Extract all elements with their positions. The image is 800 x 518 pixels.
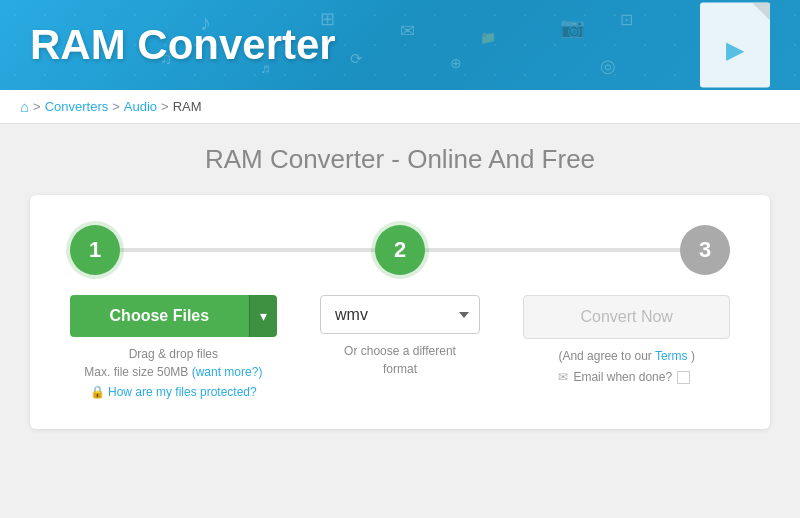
step-connector-1 bbox=[115, 248, 380, 252]
breadcrumb: ⌂ > Converters > Audio > RAM bbox=[0, 90, 800, 124]
format-col: wmv mp3 mp4 avi mov ogg wav flac Or choo… bbox=[297, 295, 504, 378]
step-1: 1 bbox=[70, 225, 120, 275]
breadcrumb-sep-1: > bbox=[33, 99, 41, 114]
header-banner: ♪ ♫ ✉ ⊕ 📷 ⟳ ⊞ ♬ 📁 ⊡ ◎ RAM Converter ▶ bbox=[0, 0, 800, 90]
choose-files-button[interactable]: Choose Files bbox=[70, 295, 249, 337]
site-title: RAM Converter bbox=[30, 21, 336, 69]
email-row: ✉ Email when done? bbox=[558, 368, 695, 387]
choose-files-col: Choose Files ▾ Drag & drop files Max. fi… bbox=[70, 295, 277, 399]
convert-subtext: (And agree to our Terms ) ✉ Email when d… bbox=[558, 347, 695, 387]
actions-row: Choose Files ▾ Drag & drop files Max. fi… bbox=[70, 295, 730, 399]
lock-icon: 🔒 bbox=[90, 385, 105, 399]
header-file-icon: ▶ bbox=[700, 3, 770, 88]
breadcrumb-audio[interactable]: Audio bbox=[124, 99, 157, 114]
choose-files-subtext: Drag & drop files Max. file size 50MB (w… bbox=[84, 345, 262, 381]
email-icon: ✉ bbox=[558, 368, 568, 387]
format-subtext: Or choose a different format bbox=[344, 342, 456, 378]
terms-line: (And agree to our Terms ) bbox=[558, 347, 695, 366]
want-more-link[interactable]: (want more?) bbox=[192, 365, 263, 379]
breadcrumb-converters[interactable]: Converters bbox=[45, 99, 109, 114]
play-icon: ▶ bbox=[726, 35, 744, 63]
step-2: 2 bbox=[375, 225, 425, 275]
page-title: RAM Converter - Online And Free bbox=[30, 144, 770, 175]
convert-now-button[interactable]: Convert Now bbox=[523, 295, 730, 339]
email-label: Email when done? bbox=[573, 368, 672, 387]
convert-col: Convert Now (And agree to our Terms ) ✉ … bbox=[523, 295, 730, 387]
format-select[interactable]: wmv mp3 mp4 avi mov ogg wav flac bbox=[320, 295, 480, 334]
choose-files-dropdown[interactable]: ▾ bbox=[249, 295, 277, 337]
step-3: 3 bbox=[680, 225, 730, 275]
breadcrumb-sep-2: > bbox=[112, 99, 120, 114]
breadcrumb-current: RAM bbox=[173, 99, 202, 114]
format-select-wrap: wmv mp3 mp4 avi mov ogg wav flac bbox=[320, 295, 480, 334]
step-connector-2 bbox=[420, 248, 685, 252]
choose-files-button-group: Choose Files ▾ bbox=[70, 295, 277, 337]
max-size-text: Max. file size 50MB (want more?) bbox=[84, 363, 262, 381]
email-checkbox[interactable] bbox=[677, 371, 690, 384]
main-content: RAM Converter - Online And Free 1 2 3 Ch… bbox=[0, 124, 800, 449]
breadcrumb-sep-3: > bbox=[161, 99, 169, 114]
file-protection-link[interactable]: 🔒 How are my files protected? bbox=[90, 385, 257, 399]
drag-drop-text: Drag & drop files bbox=[84, 345, 262, 363]
steps-row: 1 2 3 bbox=[70, 225, 730, 275]
home-icon[interactable]: ⌂ bbox=[20, 98, 29, 115]
converter-card: 1 2 3 Choose Files ▾ Drag & drop files M… bbox=[30, 195, 770, 429]
terms-link[interactable]: Terms bbox=[655, 349, 688, 363]
